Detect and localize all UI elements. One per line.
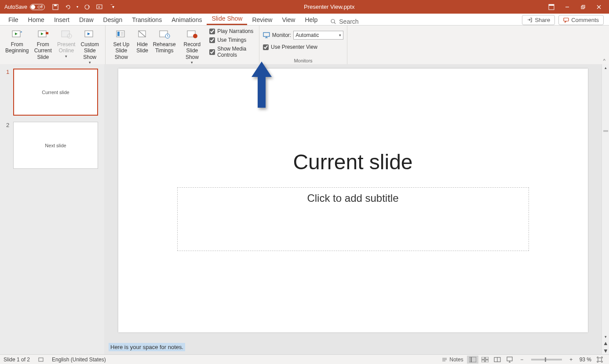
slide-sorter-icon[interactable] xyxy=(479,356,491,364)
record-slideshow-button[interactable]: Record Slide Show▾ xyxy=(179,27,206,66)
undo-dropdown-icon[interactable]: ▾ xyxy=(77,5,78,9)
monitor-select[interactable]: Automatic ▾ xyxy=(293,31,343,40)
scroll-up-icon[interactable]: ▴ xyxy=(602,64,609,71)
tab-help[interactable]: Help xyxy=(300,14,322,25)
zoom-percent[interactable]: 93 % xyxy=(578,357,593,363)
from-beginning-button[interactable]: From Beginning xyxy=(4,27,30,66)
hide-slide-icon xyxy=(136,28,149,40)
svg-rect-31 xyxy=(263,33,270,36)
svg-rect-16 xyxy=(46,32,48,34)
qat-customize-icon[interactable]: ‾▾ xyxy=(111,4,114,9)
reading-view-icon[interactable] xyxy=(492,356,503,364)
present-online-icon xyxy=(60,28,73,40)
tab-insert[interactable]: Insert xyxy=(49,14,74,25)
svg-rect-49 xyxy=(598,358,602,361)
repeat-icon[interactable] xyxy=(84,4,91,11)
svg-rect-1 xyxy=(54,4,57,6)
tab-review[interactable]: Review xyxy=(247,14,277,25)
accessibility-icon[interactable] xyxy=(38,357,44,363)
from-current-button[interactable]: From Current Slide xyxy=(31,27,55,66)
slide-thumbnails-panel[interactable]: 1 Current slide 2 Next slide xyxy=(0,64,104,354)
share-button[interactable]: Share xyxy=(522,15,555,25)
slide-counter[interactable]: Slide 1 of 2 xyxy=(4,357,30,363)
from-current-icon xyxy=(37,28,49,40)
tab-animations[interactable]: Animations xyxy=(167,14,207,25)
group-label-monitors: Monitors xyxy=(263,58,343,64)
setup-slideshow-button[interactable]: Set Up Slide Show xyxy=(109,27,134,61)
show-media-checkbox[interactable]: Show Media Controls xyxy=(209,45,255,59)
slideshow-view-icon[interactable] xyxy=(504,356,515,364)
status-bar: Slide 1 of 2 English (United States) Not… xyxy=(0,354,609,364)
search-box[interactable]: Search xyxy=(330,18,358,25)
comments-button[interactable]: Comments xyxy=(558,15,604,25)
svg-rect-17 xyxy=(62,31,69,37)
notes-pane[interactable]: Here is your space for notes. xyxy=(104,341,602,354)
notes-text[interactable]: Here is your space for notes. xyxy=(109,343,185,351)
tab-slide-show[interactable]: Slide Show xyxy=(207,13,247,25)
save-icon[interactable] xyxy=(52,4,59,11)
comments-icon xyxy=(563,17,569,23)
tab-transitions[interactable]: Transitions xyxy=(127,14,167,25)
monitor-icon xyxy=(263,32,270,38)
ribbon-display-icon[interactable] xyxy=(544,0,559,14)
ribbon: From Beginning From Current Slide Presen… xyxy=(0,25,609,64)
slide-canvas[interactable]: Current slide Click to add subtitle xyxy=(118,69,588,332)
tab-file[interactable]: File xyxy=(4,14,23,25)
hide-slide-button[interactable]: Hide Slide xyxy=(135,27,150,55)
tab-view[interactable]: View xyxy=(277,14,300,25)
title-bar: AutoSave Off ▾ ‾▾ Presenter View.pptx xyxy=(0,0,609,14)
thumb-row-1[interactable]: 1 Current slide xyxy=(6,69,98,116)
play-narrations-checkbox[interactable]: Play Narrations xyxy=(209,27,255,35)
svg-line-12 xyxy=(334,22,335,24)
chevron-down-icon: ▾ xyxy=(339,33,341,37)
thumbnail-2[interactable]: Next slide xyxy=(13,122,98,169)
tab-home[interactable]: Home xyxy=(23,14,49,25)
close-icon[interactable] xyxy=(591,0,606,14)
start-from-beginning-icon[interactable] xyxy=(96,4,103,11)
zoom-out-icon[interactable]: − xyxy=(516,356,528,364)
use-presenter-view-checkbox[interactable]: Use Presenter View xyxy=(263,43,343,51)
custom-show-button[interactable]: Custom Slide Show▾ xyxy=(78,27,102,66)
svg-rect-7 xyxy=(581,6,584,9)
undo-icon[interactable] xyxy=(64,4,71,11)
autosave-toggle[interactable]: AutoSave Off xyxy=(4,4,45,10)
rehearse-icon xyxy=(158,28,171,40)
rehearse-timings-button[interactable]: Rehearse Timings xyxy=(151,27,178,55)
fit-to-window-icon[interactable] xyxy=(594,356,605,364)
minimize-icon[interactable] xyxy=(560,0,575,14)
prev-slide-icon[interactable]: ⯅ xyxy=(602,340,609,347)
svg-rect-40 xyxy=(481,357,485,359)
search-placeholder: Search xyxy=(339,18,358,25)
svg-rect-42 xyxy=(481,360,485,362)
svg-rect-39 xyxy=(471,357,476,362)
thumbnail-1[interactable]: Current slide xyxy=(13,69,98,116)
slide-title-text[interactable]: Current slide xyxy=(293,150,412,174)
use-timings-checkbox[interactable]: Use Timings xyxy=(209,36,255,44)
scroll-handle[interactable] xyxy=(603,130,608,132)
scroll-down-icon[interactable]: ▾ xyxy=(602,333,609,340)
svg-rect-5 xyxy=(549,4,554,6)
collapse-ribbon-icon[interactable]: ^ xyxy=(603,58,605,63)
autosave-state: Off xyxy=(37,5,43,9)
vertical-scrollbar[interactable]: ▴ ▾ ⯅ ⯆ xyxy=(602,64,609,354)
next-slide-icon[interactable]: ⯆ xyxy=(602,347,609,354)
search-icon xyxy=(330,18,336,25)
svg-rect-46 xyxy=(507,357,512,361)
language-status[interactable]: English (United States) xyxy=(52,357,106,363)
slide-subtitle-placeholder[interactable]: Click to add subtitle xyxy=(177,187,529,251)
setup-icon xyxy=(115,28,128,40)
normal-view-icon[interactable] xyxy=(467,356,478,364)
tab-design[interactable]: Design xyxy=(98,14,128,25)
canvas-area: Current slide Click to add subtitle xyxy=(104,64,602,341)
thumb-row-2[interactable]: 2 Next slide xyxy=(6,122,98,169)
svg-rect-21 xyxy=(117,32,120,36)
restore-icon[interactable] xyxy=(576,0,591,14)
record-icon xyxy=(186,28,198,40)
notes-toggle[interactable]: Notes xyxy=(439,356,466,364)
share-icon xyxy=(527,17,532,23)
present-online-button: Present Online▾ xyxy=(55,27,77,66)
monitor-label: Monitor: xyxy=(272,32,291,38)
zoom-in-icon[interactable]: + xyxy=(565,356,577,364)
tab-draw[interactable]: Draw xyxy=(74,14,98,25)
zoom-slider[interactable] xyxy=(531,359,562,360)
